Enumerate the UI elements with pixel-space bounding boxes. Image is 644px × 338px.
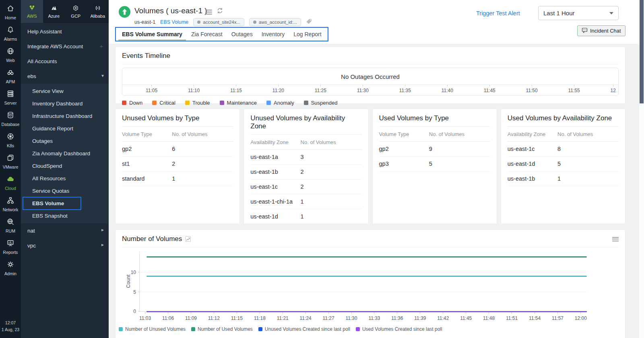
admin-gear-icon bbox=[6, 260, 14, 270]
tick-mark bbox=[237, 312, 237, 314]
submenu-item[interactable]: Zia Anomaly Dashboard bbox=[21, 147, 109, 160]
rail-item-admin[interactable]: Admin bbox=[0, 258, 21, 279]
tick-mark bbox=[580, 312, 581, 314]
column-header: No. of Volumes bbox=[301, 139, 362, 145]
tab[interactable]: Inventory bbox=[257, 28, 289, 41]
rail-item-reports[interactable]: Reports bbox=[0, 236, 21, 258]
alibaba-icon bbox=[95, 5, 101, 12]
left-icon-rail: Home Alarms Web APM Server SQL Database … bbox=[0, 0, 21, 338]
monitor-meta-row: us-east-1 EBS Volume account_site24x... … bbox=[134, 18, 312, 26]
submenu-item[interactable]: EBS Snapshot bbox=[21, 210, 109, 222]
rail-item-alarms[interactable]: Alarms bbox=[0, 23, 21, 44]
provider-tab-azure[interactable]: Azure bbox=[43, 0, 65, 23]
tick-mark bbox=[283, 312, 283, 314]
table-cell-value: 1 bbox=[557, 175, 619, 182]
y-axis-tick-label: 0 bbox=[133, 309, 136, 314]
monitor-type-link[interactable]: EBS Volume bbox=[160, 19, 188, 25]
legend-color-chip bbox=[122, 101, 126, 105]
tab[interactable]: Log Report bbox=[289, 28, 326, 41]
submenu-item[interactable]: Inventory Dashboard bbox=[21, 97, 109, 110]
sidebar-item-help-assistant[interactable]: Help Assistant bbox=[21, 24, 109, 39]
tags-icon[interactable] bbox=[306, 19, 312, 26]
rum-globe-magnifier-icon bbox=[6, 218, 14, 227]
sidebar-group-vpc[interactable]: vpc ▸ bbox=[21, 238, 109, 253]
rail-item-web[interactable]: Web bbox=[0, 44, 21, 66]
incident-chat-button[interactable]: Incident Chat bbox=[577, 25, 625, 36]
x-axis-tick: 11:36 bbox=[391, 312, 403, 321]
submenu-item[interactable]: CloudSpend bbox=[21, 160, 109, 172]
submenu-item[interactable]: Guidance Report bbox=[21, 122, 109, 135]
tick-mark bbox=[328, 312, 329, 314]
x-axis-tick: 11:42 bbox=[437, 312, 449, 321]
tick-mark bbox=[214, 312, 214, 314]
header-menu-icon[interactable] bbox=[205, 8, 212, 16]
provider-tab-gcp[interactable]: GCP bbox=[65, 0, 87, 23]
legend-color-chip bbox=[185, 101, 190, 105]
refresh-icon[interactable] bbox=[217, 7, 223, 16]
series-line bbox=[147, 276, 587, 277]
submenu-item[interactable]: Service View bbox=[21, 85, 109, 97]
sidebar-group-nat[interactable]: nat ▸ bbox=[21, 223, 109, 238]
rail-item-server[interactable]: Server bbox=[0, 87, 21, 108]
legend-item[interactable]: Unused Volumes Created since last poll bbox=[258, 326, 350, 332]
table-row: us-east-1a 3 bbox=[250, 150, 361, 165]
timeline-tick: 11:10 bbox=[188, 85, 200, 95]
network-icon bbox=[6, 196, 14, 206]
expand-chart-icon[interactable] bbox=[185, 236, 191, 242]
gcp-icon bbox=[72, 5, 79, 12]
time-range-select[interactable]: Last 1 Hour bbox=[538, 6, 619, 20]
chart-area: Count 0510 11:03 11:06 bbox=[116, 251, 625, 332]
sidebar-item-all-accounts[interactable]: All Accounts bbox=[21, 54, 109, 69]
submenu-item[interactable]: Service Quotas bbox=[21, 185, 109, 197]
x-axis-tick: 11:12 bbox=[208, 312, 220, 321]
gridline bbox=[140, 292, 587, 292]
rail-item-apm[interactable]: APM bbox=[0, 66, 21, 87]
legend-item[interactable]: Number of Unused Volumes bbox=[119, 326, 186, 332]
timeline-tick: 11:25 bbox=[315, 85, 326, 95]
sidebar-item-integrate-aws-account[interactable]: Integrate AWS Account + bbox=[21, 39, 109, 54]
rail-item-database[interactable]: SQL Database bbox=[0, 108, 21, 130]
submenu-item[interactable]: All Resources bbox=[21, 172, 109, 185]
legend-item[interactable]: Used Volumes Created since last poll bbox=[356, 326, 442, 332]
rail-item-home[interactable]: Home bbox=[0, 2, 21, 23]
chart-menu-icon[interactable] bbox=[612, 236, 619, 242]
rail-item-cloud[interactable]: Cloud bbox=[0, 172, 21, 194]
tab[interactable]: Outages bbox=[227, 28, 257, 41]
cloud-provider-tabs: AWS Azure GCP Alibaba bbox=[21, 0, 109, 23]
tag-chip[interactable]: account_site24x... bbox=[193, 18, 244, 26]
table-cell-key: us-east-1b bbox=[250, 169, 300, 175]
submenu-item[interactable]: EBS Volume bbox=[21, 197, 109, 210]
apm-binoculars-icon bbox=[6, 68, 14, 78]
timeline-tick: 11:20 bbox=[272, 85, 284, 95]
timeline-tick: 11:40 bbox=[442, 85, 453, 95]
tab[interactable]: EBS Volume Summary bbox=[118, 28, 187, 41]
chevron-down-icon bbox=[609, 12, 613, 14]
rail-item-rum[interactable]: RUM bbox=[0, 215, 21, 236]
summary-table-card: Used Volumes by Type Volume Type No. of … bbox=[372, 109, 497, 224]
tag-chip[interactable]: aws_account_id:... bbox=[249, 18, 301, 26]
submenu-item[interactable]: Infrastructure Dashboard bbox=[21, 110, 109, 122]
rail-item-k8s[interactable]: K8s bbox=[0, 130, 21, 151]
provider-tab-aws[interactable]: AWS bbox=[21, 0, 43, 23]
sidebar-group-ebs[interactable]: ebs ▾ bbox=[21, 69, 109, 84]
summary-table-card: Unused Volumes by Type Volume Type No. o… bbox=[115, 109, 240, 224]
scrollbar-thumb[interactable] bbox=[640, 0, 644, 103]
series-line bbox=[147, 256, 587, 258]
kubernetes-icon bbox=[6, 132, 14, 142]
trigger-test-alert-link[interactable]: Trigger Test Alert bbox=[476, 10, 520, 16]
tab[interactable]: Zia Forecast bbox=[187, 28, 227, 41]
legend-item[interactable]: Number of Used Volumes bbox=[191, 326, 253, 332]
table-body: us-east-1a 3 us-east-1b 2 us-east-1c 2 bbox=[244, 150, 368, 224]
submenu-item[interactable]: Outages bbox=[21, 135, 109, 147]
tick-mark bbox=[535, 312, 535, 314]
table-cell-key: us-east-1d bbox=[250, 213, 300, 220]
tick-mark bbox=[191, 312, 191, 314]
x-axis-tick: 11:15 bbox=[231, 312, 243, 321]
table-row: gp2 6 bbox=[122, 142, 233, 157]
rail-item-network[interactable]: Network bbox=[0, 194, 21, 215]
rail-item-vmware[interactable]: VMware bbox=[0, 151, 21, 172]
line-chart-plot: Count 0510 bbox=[139, 251, 587, 312]
main-content: Volumes ( us-east-1 ) us-east-1 EBS Volu… bbox=[109, 0, 644, 338]
provider-tab-alibaba[interactable]: Alibaba bbox=[87, 0, 109, 23]
table-cell-key: us-east-1c bbox=[508, 146, 557, 152]
